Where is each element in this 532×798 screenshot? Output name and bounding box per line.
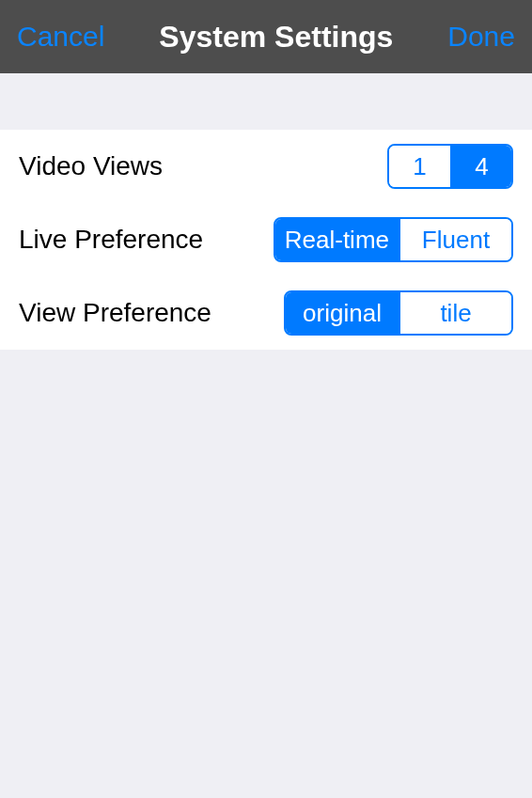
video-views-row: Video Views 1 4	[19, 130, 513, 203]
live-preference-option-fluent[interactable]: Fluent	[399, 219, 511, 260]
live-preference-row: Live Preference Real-time Fluent	[19, 203, 513, 276]
view-preference-row: View Preference original tile	[19, 276, 513, 350]
page-title: System Settings	[159, 20, 393, 55]
view-preference-option-original[interactable]: original	[286, 292, 399, 334]
settings-group: Video Views 1 4 Live Preference Real-tim…	[0, 130, 532, 350]
view-preference-option-tile[interactable]: tile	[399, 292, 511, 334]
video-views-option-4[interactable]: 4	[450, 146, 511, 187]
live-preference-option-realtime[interactable]: Real-time	[275, 219, 399, 260]
cancel-button[interactable]: Cancel	[17, 21, 104, 53]
video-views-segmented: 1 4	[387, 144, 513, 189]
navbar: Cancel System Settings Done	[0, 0, 532, 73]
done-button[interactable]: Done	[447, 21, 515, 53]
view-preference-label: View Preference	[19, 298, 211, 328]
video-views-option-1[interactable]: 1	[389, 146, 450, 187]
live-preference-segmented: Real-time Fluent	[274, 217, 513, 262]
live-preference-label: Live Preference	[19, 225, 203, 255]
view-preference-segmented: original tile	[284, 290, 513, 336]
video-views-label: Video Views	[19, 151, 163, 181]
